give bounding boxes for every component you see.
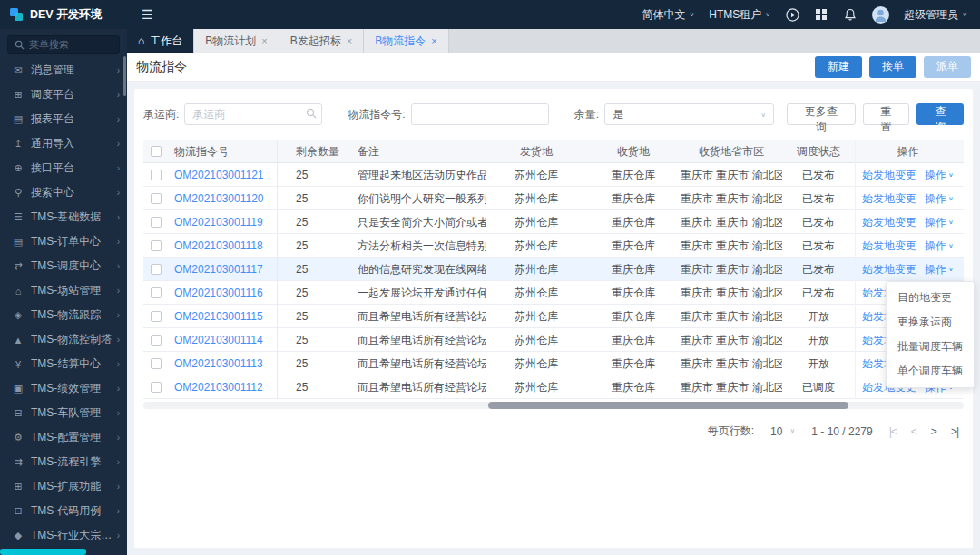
- origin-change-link[interactable]: 始发地变更: [862, 187, 916, 210]
- tab-B物流计划[interactable]: B物流计划×: [194, 29, 279, 53]
- table-header: 物流指令号剩余数量备注发货地收货地收货地省市区调度状态操作: [143, 140, 964, 163]
- order-no-link[interactable]: OM202103001113: [174, 357, 263, 370]
- sidebar-item-通用导入[interactable]: ↥通用导入›: [0, 131, 127, 156]
- menu-item-单个调度车辆[interactable]: 单个调度车辆: [887, 359, 974, 384]
- row-checkbox[interactable]: [151, 240, 162, 251]
- next-page-icon[interactable]: >: [931, 425, 936, 438]
- origin-change-link[interactable]: 始发地变更: [862, 163, 916, 187]
- remaining-select[interactable]: 是 ∨: [604, 103, 774, 125]
- sidebar-horizontal-scrollbar[interactable]: [0, 549, 86, 555]
- order-no-link[interactable]: OM202103001116: [174, 287, 263, 299]
- sidebar-item-接口平台[interactable]: ⊕接口平台›: [0, 156, 127, 180]
- sidebar-item-TMS-基础数据[interactable]: ☰TMS-基础数据›: [0, 205, 127, 229]
- row-action-dropdown-trigger[interactable]: 操作∨: [925, 187, 954, 210]
- rows-per-page-select[interactable]: 10 ∨: [770, 425, 795, 438]
- create-button[interactable]: 新建: [815, 56, 862, 78]
- row-action-dropdown-trigger[interactable]: 操作∨: [925, 234, 954, 258]
- row-checkbox[interactable]: [151, 382, 162, 393]
- action-cell: 始发地变更操作∨: [855, 187, 960, 210]
- menu-item-批量调度车辆[interactable]: 批量调度车辆: [887, 335, 974, 359]
- close-icon[interactable]: ×: [261, 35, 267, 46]
- prev-page-icon[interactable]: <: [911, 425, 916, 438]
- order-no-link[interactable]: OM202103001118: [174, 239, 263, 252]
- sidebar-item-TMS-结算中心[interactable]: ¥TMS-结算中心›: [0, 352, 127, 376]
- sidebar-item-TMS-场站管理[interactable]: ⌂TMS-场站管理›: [0, 278, 127, 303]
- sidebar-item-TMS-绩效管理[interactable]: ▣TMS-绩效管理›: [0, 376, 127, 401]
- row-action-dropdown-trigger[interactable]: 操作∨: [925, 210, 954, 234]
- order-no-input[interactable]: [411, 103, 549, 125]
- origin-change-link[interactable]: 始发地变更: [862, 210, 916, 234]
- order-no-link[interactable]: OM202103001119: [174, 216, 263, 229]
- user-avatar[interactable]: [872, 6, 889, 24]
- sidebar-item-TMS-调度中心[interactable]: ⇄TMS-调度中心›: [0, 254, 127, 278]
- row-checkbox[interactable]: [151, 217, 162, 228]
- remaining-qty-cell: 25: [287, 210, 350, 234]
- order-no-link[interactable]: OM202103001112: [174, 381, 263, 394]
- tab-B物流指令[interactable]: B物流指令×: [364, 29, 448, 53]
- row-checkbox[interactable]: [151, 170, 162, 180]
- sidebar-item-TMS-代码用例[interactable]: ⊡TMS-代码用例›: [0, 499, 127, 523]
- sidebar-item-消息管理[interactable]: ✉消息管理›: [0, 58, 127, 83]
- close-icon[interactable]: ×: [347, 35, 352, 46]
- origin-change-link[interactable]: 始发地变更: [862, 234, 916, 258]
- order-no-link[interactable]: OM202103001114: [174, 334, 263, 346]
- sidebar-item-TMS-扩展功能[interactable]: ⊞TMS-扩展功能›: [0, 474, 127, 499]
- horizontal-scrollbar-track[interactable]: [143, 402, 964, 409]
- row-checkbox[interactable]: [151, 311, 162, 322]
- accept-order-button[interactable]: 接单: [869, 56, 916, 78]
- sidebar-item-调度平台[interactable]: ⊞调度平台›: [0, 83, 127, 107]
- row-action-dropdown-trigger[interactable]: 操作∨: [925, 258, 954, 281]
- order-no-link[interactable]: OM202103001115: [174, 310, 263, 323]
- table-row: OM20210300111425而且希望电话所有经营论坛...苏州仓库重庆仓库重…: [143, 328, 964, 352]
- table-header-row: 物流指令号剩余数量备注发货地收货地收货地省市区调度状态操作: [143, 140, 964, 163]
- more-search-button[interactable]: 更多查询: [787, 103, 855, 125]
- order-no-link[interactable]: OM202103001121: [174, 169, 264, 181]
- code-case-icon: ⊡: [11, 505, 25, 517]
- order-no-link[interactable]: OM202103001120: [174, 192, 264, 205]
- order-no-link[interactable]: OM202103001117: [174, 263, 263, 276]
- menu-collapse-icon[interactable]: ☰: [142, 7, 153, 22]
- tab-B发起招标[interactable]: B发起招标×: [279, 29, 364, 53]
- row-checkbox-cell: [143, 163, 169, 187]
- apps-grid-icon[interactable]: [814, 7, 828, 22]
- sidebar-item-TMS-物流控制塔[interactable]: ▲TMS-物流控制塔›: [0, 327, 127, 352]
- horizontal-scrollbar-thumb[interactable]: [488, 402, 849, 409]
- search-button[interactable]: 查询: [916, 103, 964, 125]
- sidebar-vertical-scrollbar[interactable]: [123, 56, 126, 96]
- sidebar-item-TMS-订单中心[interactable]: ▤TMS-订单中心›: [0, 229, 127, 254]
- search-icon[interactable]: [306, 108, 317, 122]
- reset-button[interactable]: 重置: [863, 103, 910, 125]
- row-checkbox[interactable]: [151, 264, 162, 275]
- sidebar-item-TMS-流程引擎[interactable]: ⇉TMS-流程引擎›: [0, 450, 127, 474]
- language-switcher[interactable]: 简体中文∨: [642, 7, 694, 23]
- tenant-switcher[interactable]: HTMS租户∨: [709, 7, 770, 23]
- dispatch-button[interactable]: 派单: [924, 56, 971, 78]
- sidebar-item-TMS-物流跟踪[interactable]: ◈TMS-物流跟踪›: [0, 303, 127, 327]
- remaining-qty-cell: 25: [287, 163, 350, 187]
- select-all-checkbox[interactable]: [151, 146, 162, 157]
- first-page-icon[interactable]: |<: [889, 425, 897, 438]
- menu-item-目的地变更[interactable]: 目的地变更: [887, 286, 974, 310]
- sidebar-item-label: TMS-结算中心: [31, 356, 101, 372]
- row-checkbox[interactable]: [151, 287, 162, 298]
- row-checkbox[interactable]: [151, 358, 162, 369]
- last-page-icon[interactable]: >|: [951, 425, 958, 438]
- menu-search-input[interactable]: 菜单搜索: [7, 35, 120, 54]
- row-checkbox[interactable]: [151, 335, 162, 346]
- bell-icon[interactable]: [843, 7, 858, 22]
- tab-工作台[interactable]: ⌂工作台: [127, 29, 194, 53]
- sidebar-item-报表平台[interactable]: ▤报表平台›: [0, 107, 127, 131]
- row-checkbox[interactable]: [151, 193, 162, 204]
- row-action-dropdown-trigger[interactable]: 操作∨: [925, 163, 954, 187]
- sidebar-item-TMS-配置管理[interactable]: ⚙TMS-配置管理›: [0, 425, 127, 450]
- carrier-input[interactable]: [184, 103, 322, 125]
- search-icon: [15, 40, 24, 50]
- sidebar-item-搜索中心[interactable]: ⚲搜索中心›: [0, 180, 127, 205]
- play-icon[interactable]: [785, 7, 799, 22]
- menu-item-更换承运商[interactable]: 更换承运商: [887, 310, 974, 335]
- user-menu[interactable]: 超级管理员∨: [904, 7, 967, 23]
- close-icon[interactable]: ×: [431, 35, 436, 46]
- sidebar-item-TMS-车队管理[interactable]: ⊟TMS-车队管理›: [0, 401, 127, 425]
- sidebar-item-TMS-行业大宗物流[interactable]: ◆TMS-行业大宗物流›: [0, 523, 127, 548]
- origin-change-link[interactable]: 始发地变更: [862, 258, 916, 281]
